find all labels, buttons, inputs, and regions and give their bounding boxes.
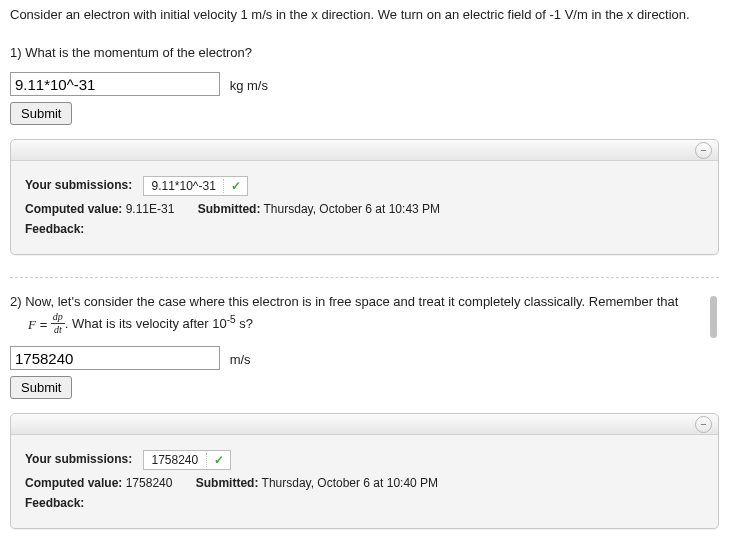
q2-submit-button[interactable]: Submit	[10, 376, 72, 399]
q2-formula-lhs: F	[28, 317, 36, 332]
q2-computed-label: Computed value:	[25, 476, 122, 490]
q1-prompt: 1) What is the momentum of the electron?	[10, 43, 719, 63]
minus-icon[interactable]: −	[695, 142, 712, 159]
q1-computed-label: Computed value:	[25, 202, 122, 216]
q2-submissions-label: Your submissions:	[25, 452, 132, 466]
separator	[10, 277, 719, 278]
q2-frac-den: dt	[51, 324, 65, 335]
q2-prompt-c: s?	[236, 316, 253, 331]
q2-submitted-label: Submitted:	[196, 476, 259, 490]
q2-submission-value: 1758240	[151, 453, 198, 467]
q2-answer-row: m/s	[10, 346, 719, 370]
q2-computed-value: 1758240	[126, 476, 173, 490]
q2-panel-body: Your submissions: 1758240 ✓ Computed val…	[11, 435, 718, 528]
q1-submit-button[interactable]: Submit	[10, 102, 72, 125]
q2-exponent: -5	[227, 314, 236, 325]
problem-intro: Consider an electron with initial veloci…	[10, 6, 719, 25]
q1-feedback-panel: − Your submissions: 9.11*10^-31 ✓ Comput…	[10, 139, 719, 255]
q2-submitted-value: Thursday, October 6 at 10:40 PM	[262, 476, 439, 490]
q1-submitted-value: Thursday, October 6 at 10:43 PM	[264, 202, 441, 216]
question-1: 1) What is the momentum of the electron?…	[10, 43, 719, 256]
q1-panel-body: Your submissions: 9.11*10^-31 ✓ Computed…	[11, 161, 718, 254]
q1-submission-chip[interactable]: 9.11*10^-31 ✓	[143, 176, 248, 196]
check-icon: ✓	[214, 453, 224, 467]
q2-frac-num: dp	[51, 312, 65, 324]
q2-prompt-b: . What is its velocity after 10	[65, 316, 227, 331]
q2-submission-chip[interactable]: 1758240 ✓	[143, 450, 230, 470]
q1-submissions-label: Your submissions:	[25, 179, 132, 193]
q2-answer-input[interactable]	[10, 346, 220, 370]
q1-answer-row: kg m/s	[10, 72, 719, 96]
question-2: 2) Now, let's consider the case where th…	[10, 292, 719, 529]
check-icon: ✓	[231, 179, 241, 193]
q1-submission-value: 9.11*10^-31	[151, 179, 215, 193]
q1-unit: kg m/s	[230, 78, 268, 93]
minus-icon[interactable]: −	[695, 416, 712, 433]
q2-feedback-label: Feedback:	[25, 496, 84, 510]
q2-fraction: dp dt	[51, 312, 65, 335]
q2-formula-eq: =	[40, 317, 48, 332]
scrollbar-thumb[interactable]	[710, 296, 717, 338]
q1-answer-input[interactable]	[10, 72, 220, 96]
q1-panel-header: −	[11, 140, 718, 161]
q2-feedback-panel: − Your submissions: 1758240 ✓ Computed v…	[10, 413, 719, 529]
q2-prompt: 2) Now, let's consider the case where th…	[10, 292, 719, 336]
q2-unit: m/s	[230, 352, 251, 367]
q2-prompt-a: 2) Now, let's consider the case where th…	[10, 294, 678, 309]
q2-panel-header: −	[11, 414, 718, 435]
q1-computed-value: 9.11E-31	[126, 202, 175, 216]
q1-submitted-label: Submitted:	[198, 202, 261, 216]
q1-feedback-label: Feedback:	[25, 222, 84, 236]
